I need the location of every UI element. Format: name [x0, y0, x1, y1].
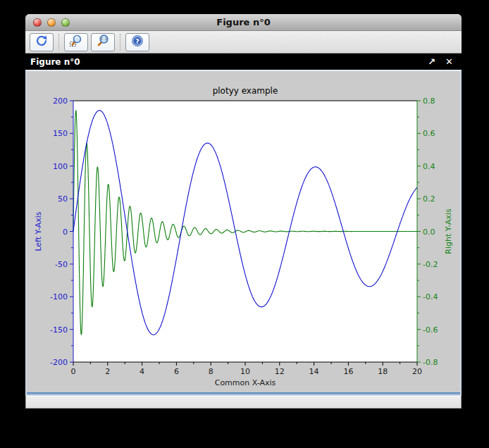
- help-icon: ?: [130, 34, 144, 51]
- toolbar-separator: [58, 34, 59, 51]
- reset-view-button[interactable]: [30, 33, 54, 51]
- right-y-axis-label: Right Y-Axis: [444, 209, 453, 254]
- help-button[interactable]: ?: [125, 33, 149, 51]
- tick-label: 150: [53, 129, 68, 138]
- zoom-area-button[interactable]: [64, 33, 88, 51]
- tick-label: 20: [412, 367, 422, 376]
- figure-canvas: 02468101214161820-200-150-100-5005010015…: [25, 70, 462, 396]
- tick-label: 8: [209, 367, 213, 376]
- tick-label: 200: [53, 97, 68, 106]
- toolbar: ?: [25, 31, 462, 54]
- magnifier-select-icon: [69, 34, 83, 51]
- tick-label: 12: [275, 367, 285, 376]
- tick-label: -0.2: [423, 260, 438, 269]
- svg-text:?: ?: [135, 37, 140, 45]
- tick-label: -0.8: [423, 358, 438, 367]
- tick-label: 0.4: [423, 162, 435, 171]
- tick-label: 4: [140, 367, 144, 376]
- canvas-bottom-bar: [27, 392, 460, 394]
- tick-label: -0.4: [423, 292, 438, 301]
- tick-label: -200: [50, 358, 68, 367]
- tick-label: 18: [378, 367, 388, 376]
- left-y-axis-label: Left Y-Axis: [34, 211, 43, 251]
- tick-label: 0.0: [423, 228, 435, 237]
- tick-label: 6: [174, 367, 179, 376]
- plotyy-chart: 02468101214161820-200-150-100-5005010015…: [27, 71, 460, 396]
- toolbar-separator: [120, 34, 120, 51]
- tick-label: 2: [105, 367, 110, 376]
- tick-label: 50: [58, 194, 68, 204]
- zoom-box-button[interactable]: [91, 33, 115, 51]
- chart-title: plotyy example: [213, 86, 278, 96]
- figure-window: Figure n°0: [25, 14, 462, 409]
- tick-label: 0.8: [423, 97, 435, 106]
- chart-svg: 02468101214161820-200-150-100-5005010015…: [27, 71, 460, 395]
- tick-label: -150: [50, 325, 68, 335]
- close-figure-icon[interactable]: ✕: [445, 57, 453, 66]
- tick-label: 0: [63, 228, 68, 237]
- tick-label: -100: [50, 292, 68, 301]
- tick-label: 10: [240, 367, 250, 376]
- tick-label: 0: [71, 367, 76, 376]
- tick-label: 16: [343, 367, 353, 376]
- tick-label: -50: [55, 260, 68, 269]
- rotate-arrow-icon: [35, 34, 49, 51]
- x-axis-label: Common X-Axis: [215, 378, 276, 387]
- window-title: Figure n°0: [25, 17, 462, 27]
- figure-title: Figure n°0: [30, 57, 418, 67]
- tick-label: 0.6: [423, 129, 435, 138]
- tick-label: -0.6: [423, 325, 438, 335]
- tick-label: 14: [309, 367, 319, 376]
- figure-titlebar[interactable]: Figure n°0 ↗ ✕: [25, 54, 462, 70]
- window-titlebar[interactable]: Figure n°0: [25, 14, 462, 31]
- detach-icon[interactable]: ↗: [428, 57, 435, 66]
- tick-label: 100: [53, 162, 68, 171]
- magnifier-box-icon: [96, 34, 110, 51]
- tick-label: 0.2: [423, 194, 435, 204]
- status-bar: [25, 396, 462, 409]
